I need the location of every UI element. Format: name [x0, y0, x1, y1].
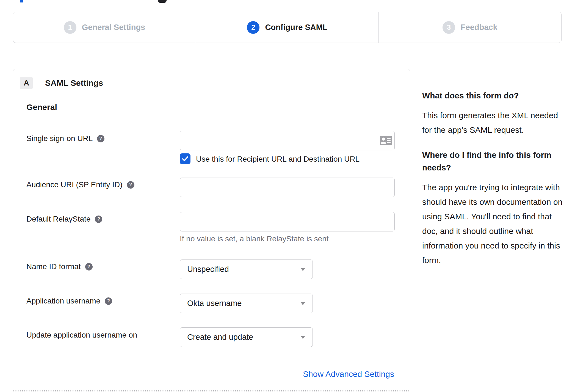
relaystate-label-row: Default RelayState ?	[26, 215, 102, 223]
update-username-label-row: Update application username on	[26, 331, 137, 339]
help-icon[interactable]: ?	[95, 216, 102, 223]
step-label: Configure SAML	[265, 23, 327, 32]
name-id-format-label-row: Name ID format ?	[26, 262, 93, 271]
update-username-select[interactable]: Create and update	[180, 327, 313, 347]
general-group-title: General	[26, 103, 57, 112]
section-a-badge: A	[20, 77, 33, 89]
sso-url-label: Single sign-on URL	[26, 134, 93, 143]
step-feedback[interactable]: 3 Feedback	[379, 12, 561, 43]
name-id-format-label: Name ID format	[26, 262, 81, 271]
audience-uri-label-row: Audience URI (SP Entity ID) ?	[26, 180, 134, 189]
help-answer-1: This form generates the XML needed for t…	[422, 108, 575, 137]
audience-uri-label: Audience URI (SP Entity ID)	[26, 180, 123, 189]
clipped-blue-fragment	[20, 0, 23, 2]
step-number-badge: 3	[443, 21, 455, 34]
sso-url-label-row: Single sign-on URL ?	[26, 134, 104, 143]
recipient-url-checkbox[interactable]	[180, 153, 190, 164]
audience-uri-input[interactable]	[180, 178, 395, 197]
step-label: General Settings	[82, 23, 145, 32]
help-icon[interactable]: ?	[105, 297, 112, 305]
recipient-url-checkbox-label[interactable]: Use this for Recipient URL and Destinati…	[196, 155, 360, 164]
wizard-stepper: 1 General Settings 2 Configure SAML 3 Fe…	[13, 12, 562, 43]
chevron-down-icon	[300, 336, 305, 339]
section-title: SAML Settings	[45, 78, 103, 88]
application-username-select[interactable]: Okta username	[180, 294, 313, 313]
name-id-format-select[interactable]: Unspecified	[180, 260, 313, 279]
chevron-down-icon	[300, 302, 305, 305]
checkmark-icon	[182, 155, 189, 162]
help-question-2: Where do I find the info this form needs…	[422, 149, 575, 174]
show-advanced-settings-link[interactable]: Show Advanced Settings	[303, 369, 394, 379]
application-username-value: Okta username	[187, 299, 300, 308]
relaystate-label: Default RelayState	[26, 215, 90, 223]
help-icon[interactable]: ?	[127, 181, 134, 189]
application-username-label-row: Application username ?	[26, 297, 112, 305]
dashed-section-divider	[13, 390, 410, 391]
step-number-badge: 1	[64, 21, 76, 34]
step-number-badge: 2	[247, 21, 259, 34]
name-id-format-value: Unspecified	[187, 265, 300, 274]
step-label: Feedback	[461, 23, 497, 32]
configure-saml-page: 1 General Settings 2 Configure SAML 3 Fe…	[0, 0, 575, 392]
update-username-label: Update application username on	[26, 331, 137, 339]
saml-settings-panel: A SAML Settings General Single sign-on U…	[13, 69, 410, 392]
step-configure-saml[interactable]: 2 Configure SAML	[196, 12, 379, 43]
contact-card-icon[interactable]	[380, 136, 392, 145]
help-answer-2: The app you're trying to integrate with …	[422, 180, 575, 267]
sso-url-input[interactable]	[180, 131, 395, 150]
clipped-logo-fragment	[158, 0, 167, 3]
update-username-value: Create and update	[187, 333, 300, 342]
help-sidebar: What does this form do? This form genera…	[422, 89, 575, 279]
help-icon[interactable]: ?	[97, 135, 104, 142]
help-icon[interactable]: ?	[85, 263, 93, 270]
chevron-down-icon	[300, 268, 305, 271]
application-username-label: Application username	[26, 297, 100, 305]
relaystate-input[interactable]	[180, 212, 395, 231]
relaystate-hint: If no value is set, a blank RelayState i…	[180, 234, 329, 243]
help-question-1: What does this form do?	[422, 89, 575, 102]
step-general-settings[interactable]: 1 General Settings	[13, 12, 196, 43]
